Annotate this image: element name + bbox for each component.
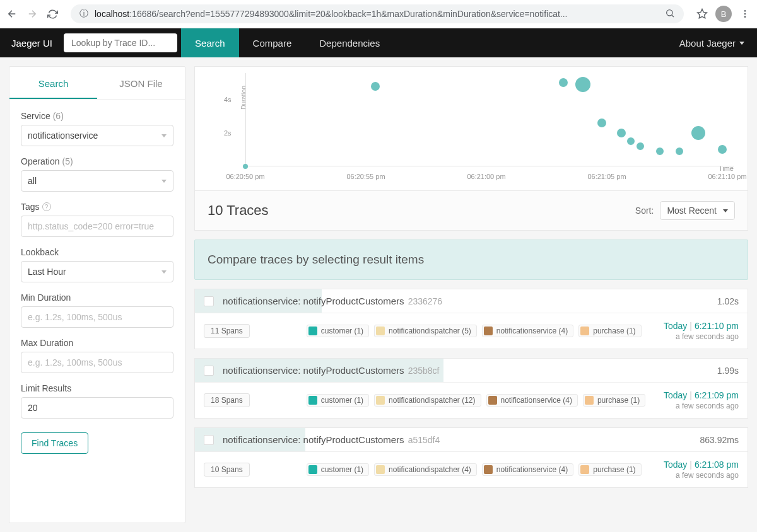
url-bar[interactable]: ⓘ localhost:16686/search?end=15557772948… bbox=[71, 4, 684, 23]
chart-point[interactable] bbox=[656, 147, 664, 155]
service-tag[interactable]: notificationdispatcher (4) bbox=[374, 463, 477, 476]
color-swatch bbox=[484, 327, 493, 335]
chart-point[interactable] bbox=[371, 82, 380, 91]
service-select[interactable]: notificationservice bbox=[21, 125, 173, 146]
svg-point-3 bbox=[744, 13, 746, 15]
traces-header: 10 Traces Sort: Most Recent bbox=[194, 191, 748, 231]
x-tick: 06:21:00 pm bbox=[467, 173, 505, 180]
chevron-down-icon bbox=[739, 42, 744, 45]
kebab-icon[interactable] bbox=[738, 7, 752, 21]
trace-checkbox[interactable] bbox=[204, 296, 214, 306]
trace-duration: 1.02s bbox=[717, 296, 739, 306]
y-axis-label: Duration bbox=[240, 86, 247, 110]
service-tag[interactable]: notificationservice (4) bbox=[482, 463, 573, 476]
search-sidebar: Search JSON File Service (6) notificatio… bbox=[9, 66, 185, 523]
trace-checkbox[interactable] bbox=[204, 435, 214, 445]
browser-toolbar: ⓘ localhost:16686/search?end=15557772948… bbox=[0, 0, 757, 28]
chart-point[interactable] bbox=[597, 119, 606, 127]
chart-point[interactable] bbox=[617, 129, 626, 137]
chart-point[interactable] bbox=[718, 145, 727, 154]
service-tag-label: notificationservice (4) bbox=[496, 327, 568, 335]
brand[interactable]: Jaeger UI bbox=[0, 38, 64, 49]
tab-json-file[interactable]: JSON File bbox=[97, 67, 185, 99]
sort-select[interactable]: Most Recent bbox=[660, 201, 735, 220]
tab-search[interactable]: Search bbox=[9, 67, 97, 99]
color-swatch bbox=[484, 465, 493, 474]
trace-lookup-input[interactable] bbox=[64, 33, 177, 52]
service-tag[interactable]: notificationservice (4) bbox=[486, 394, 578, 407]
service-label: Service bbox=[21, 111, 50, 121]
trace-meta: Today|6:21:09 pma few seconds ago bbox=[664, 390, 739, 410]
forward-icon[interactable] bbox=[25, 7, 39, 21]
service-tag[interactable]: purchase (1) bbox=[578, 463, 641, 476]
chart-point[interactable] bbox=[637, 142, 644, 150]
trace-name: notificationservice: notifyProductCustom… bbox=[223, 296, 404, 306]
scatter-chart: Duration Time 4s2s06:20:50 pm06:20:55 pm… bbox=[194, 66, 748, 191]
traces-count: 10 Traces bbox=[208, 202, 269, 219]
nav-search[interactable]: Search bbox=[181, 28, 239, 57]
chart-point[interactable] bbox=[575, 77, 590, 92]
help-icon[interactable]: ? bbox=[42, 202, 51, 211]
lookback-label: Lookback bbox=[21, 247, 173, 257]
service-tag[interactable]: notificationdispatcher (5) bbox=[374, 325, 477, 337]
chevron-down-icon bbox=[161, 270, 167, 274]
reload-icon[interactable] bbox=[45, 7, 59, 21]
url-text: localhost:16686/search?end=1555777294893… bbox=[95, 9, 659, 19]
service-tag[interactable]: notificationdispatcher (12) bbox=[374, 394, 481, 407]
trace-meta: Today|6:21:10 pma few seconds ago bbox=[664, 321, 739, 341]
spans-badge: 10 Spans bbox=[204, 463, 250, 477]
service-tag[interactable]: customer (1) bbox=[307, 325, 369, 337]
chart-point[interactable] bbox=[243, 164, 248, 169]
nav-compare[interactable]: Compare bbox=[239, 28, 306, 57]
tags-input[interactable] bbox=[21, 216, 173, 237]
trace-row[interactable]: notificationservice: notifyProductCustom… bbox=[194, 358, 748, 419]
service-tag-label: notificationdispatcher (4) bbox=[389, 465, 471, 474]
trace-checkbox[interactable] bbox=[204, 366, 214, 376]
chart-point[interactable] bbox=[676, 147, 683, 155]
zoom-icon[interactable] bbox=[665, 8, 675, 20]
x-tick: 06:21:05 pm bbox=[587, 173, 626, 180]
chart-point[interactable] bbox=[559, 78, 568, 87]
x-tick: 06:20:55 pm bbox=[346, 173, 385, 180]
trace-id: 2336276 bbox=[408, 296, 443, 306]
service-tag[interactable]: notificationservice (4) bbox=[482, 325, 573, 337]
trace-row[interactable]: notificationservice: notifyProductCustom… bbox=[194, 289, 748, 349]
lookback-select[interactable]: Last Hour bbox=[21, 261, 173, 282]
min-duration-input[interactable] bbox=[21, 306, 173, 328]
color-swatch bbox=[308, 327, 317, 335]
limit-input[interactable] bbox=[21, 397, 173, 419]
info-icon: ⓘ bbox=[79, 8, 88, 20]
service-tag-label: notificationdispatcher (5) bbox=[389, 327, 471, 335]
service-tag-label: notificationdispatcher (12) bbox=[389, 396, 475, 405]
color-swatch bbox=[488, 396, 497, 405]
max-duration-input[interactable] bbox=[21, 352, 173, 373]
service-tag[interactable]: purchase (1) bbox=[583, 394, 645, 407]
mindur-label: Min Duration bbox=[21, 292, 173, 303]
service-tag-label: notificationservice (4) bbox=[496, 465, 568, 474]
service-tag[interactable]: customer (1) bbox=[307, 463, 369, 476]
service-tag[interactable]: customer (1) bbox=[307, 394, 369, 407]
spans-badge: 11 Spans bbox=[204, 324, 250, 338]
tags-label: Tags bbox=[21, 202, 40, 212]
svg-point-0 bbox=[667, 9, 672, 15]
svg-marker-1 bbox=[698, 9, 707, 18]
x-tick: 06:20:50 pm bbox=[226, 173, 264, 180]
chart-point[interactable] bbox=[691, 126, 705, 140]
trace-row[interactable]: notificationservice: notifyProductCustom… bbox=[194, 427, 748, 488]
trace-name: notificationservice: notifyProductCustom… bbox=[223, 365, 404, 376]
trace-duration: 863.92ms bbox=[700, 435, 739, 445]
operation-select[interactable]: all bbox=[21, 170, 173, 192]
service-tag[interactable]: purchase (1) bbox=[578, 325, 641, 337]
nav-dependencies[interactable]: Dependencies bbox=[305, 28, 394, 57]
trace-name: notificationservice: notifyProductCustom… bbox=[223, 434, 404, 445]
back-icon[interactable] bbox=[5, 7, 19, 21]
find-traces-button[interactable]: Find Traces bbox=[21, 432, 88, 454]
profile-avatar[interactable]: B bbox=[715, 6, 732, 22]
star-icon[interactable] bbox=[695, 7, 709, 21]
chart-point[interactable] bbox=[627, 137, 635, 145]
service-tag-label: customer (1) bbox=[321, 327, 363, 335]
limit-label: Limit Results bbox=[21, 383, 173, 393]
chevron-down-icon bbox=[723, 209, 728, 212]
about-menu[interactable]: About Jaeger bbox=[679, 38, 757, 49]
chevron-down-icon bbox=[161, 180, 167, 183]
